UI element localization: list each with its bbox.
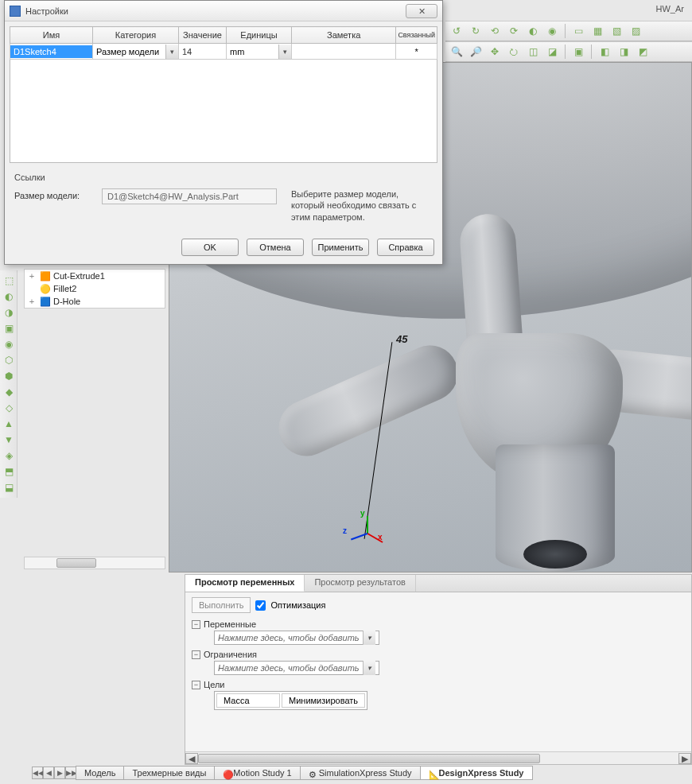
table-empty-area[interactable] [10, 60, 437, 163]
cell-note[interactable] [292, 50, 395, 53]
tool-icon[interactable]: ▭ [570, 23, 586, 39]
cell-units[interactable]: mm [227, 45, 291, 59]
cell-name[interactable]: D1Sketch4 [10, 45, 92, 58]
tree-item[interactable]: + 🟧 Cut-Extrude1 [25, 270, 165, 282]
app-title: HW_Ar [656, 4, 684, 14]
horizontal-scrollbar[interactable]: ◀ ▶ [185, 751, 691, 764]
dialog-titlebar[interactable]: Настройки ✕ [5, 1, 442, 21]
tool-icon[interactable]: ▦ [589, 23, 605, 39]
col-value[interactable]: Значение [179, 27, 227, 44]
cell-linked[interactable]: * [396, 44, 437, 60]
tool-icon[interactable]: ⬓ [2, 480, 16, 495]
collapse-icon[interactable]: − [192, 620, 200, 629]
tool-icon[interactable]: ◑ [2, 305, 16, 320]
tool-icon[interactable]: ↺ [449, 23, 465, 39]
ok-button[interactable]: OK [181, 239, 239, 256]
tool-icon[interactable]: ⟲ [487, 23, 503, 39]
collapse-icon[interactable]: − [192, 650, 200, 659]
col-note[interactable]: Заметка [292, 27, 396, 44]
tab-nav-first[interactable]: ◀◀ [32, 767, 43, 779]
add-constraint-field[interactable]: Нажмите здесь, чтобы добавить [214, 661, 379, 675]
optimize-label: Оптимизация [270, 600, 325, 610]
tab-nav-last[interactable]: ▶▶ [65, 767, 76, 779]
tool-icon[interactable]: ⬢ [2, 369, 16, 383]
tool-icon[interactable]: ◩ [635, 44, 651, 60]
tool-icon[interactable]: ⬚ [2, 274, 16, 288]
view-icon[interactable]: ◪ [544, 44, 560, 60]
run-button[interactable]: Выполнить [192, 597, 251, 613]
collapse-icon[interactable]: − [192, 681, 200, 689]
tool-icon[interactable]: ◨ [616, 44, 632, 60]
display-mode-icon[interactable]: ▣ [570, 44, 586, 60]
sim-icon: ⚙ [309, 770, 317, 778]
tab-3d-views[interactable]: Трехмерные виды [123, 766, 215, 780]
model-size-label: Размер модели: [14, 188, 94, 200]
tab-motion-study[interactable]: 🔴Motion Study 1 [214, 766, 300, 780]
scroll-right-icon[interactable]: ▶ [678, 753, 691, 764]
optimize-checkbox[interactable] [255, 600, 266, 611]
tool-icon[interactable]: ▣ [2, 321, 16, 336]
tree-item[interactable]: + 🟦 D-Hole [25, 295, 165, 308]
add-variable-field[interactable]: Нажмите здесь, чтобы добавить [214, 631, 379, 645]
col-linked[interactable]: Связанный [396, 27, 437, 44]
close-button[interactable]: ✕ [406, 4, 437, 18]
tool-icon[interactable]: ◈ [2, 448, 16, 463]
pan-icon[interactable]: ✥ [487, 44, 503, 60]
scrollbar-thumb[interactable] [198, 754, 540, 763]
goal-type-cell[interactable]: Минимизировать [282, 693, 365, 708]
tool-icon[interactable]: ◐ [2, 289, 16, 304]
tab-nav-prev[interactable]: ◀ [43, 767, 54, 779]
dropdown-icon[interactable] [165, 45, 178, 59]
tool-icon[interactable]: ⬒ [2, 464, 16, 479]
bottom-tab-bar: ◀◀ ◀ ▶ ▶▶ Модель Трехмерные виды 🔴Motion… [32, 765, 692, 781]
tab-model[interactable]: Модель [76, 766, 124, 780]
tool-icon[interactable]: ◐ [525, 23, 541, 39]
dropdown-icon[interactable] [363, 631, 375, 645]
tool-icon[interactable]: ▲ [2, 417, 16, 431]
tool-icon[interactable]: ▧ [608, 23, 624, 39]
tool-icon[interactable]: ◧ [597, 44, 612, 60]
tool-icon[interactable]: ⟳ [506, 23, 522, 39]
feature-tree[interactable]: + 🟧 Cut-Extrude1 🟡 Fillet2 + 🟦 D-Hole [24, 269, 165, 309]
view-icon[interactable]: ◫ [525, 44, 541, 60]
study-panel: Просмотр переменных Просмотр результатов… [185, 574, 692, 765]
expand-icon[interactable]: + [26, 271, 37, 281]
cell-category[interactable]: Размер модели [93, 45, 178, 59]
dropdown-icon[interactable] [278, 45, 291, 59]
expand-icon[interactable]: + [26, 297, 37, 306]
col-name[interactable]: Имя [10, 27, 93, 44]
tab-designxpress[interactable]: 📐DesignXpress Study [420, 766, 533, 780]
tool-icon[interactable]: ▨ [628, 23, 643, 39]
model-size-input[interactable] [102, 188, 277, 204]
rotate-icon[interactable]: ⭮ [506, 44, 522, 60]
goal-name-cell[interactable]: Масса [216, 693, 280, 708]
tab-nav-next[interactable]: ▶ [54, 767, 65, 779]
zoom-fit-icon[interactable]: 🔍 [449, 44, 465, 60]
dimension-label[interactable]: 45 [396, 333, 407, 345]
section-title: Ограничения [204, 650, 257, 659]
tool-icon[interactable]: ↻ [468, 23, 484, 39]
help-button[interactable]: Справка [377, 239, 434, 256]
tool-icon[interactable]: ◉ [2, 337, 16, 351]
tool-icon[interactable]: ◇ [2, 401, 16, 415]
tool-icon[interactable]: ◆ [2, 385, 16, 399]
scrollbar-thumb[interactable] [56, 558, 96, 568]
tab-results-view[interactable]: Просмотр результатов [305, 575, 415, 592]
tab-simulationxpress[interactable]: ⚙SimulationXpress Study [300, 766, 421, 780]
apply-button[interactable]: Применить [312, 239, 369, 256]
zoom-icon[interactable]: 🔎 [468, 44, 484, 60]
col-category[interactable]: Категория [93, 27, 179, 44]
table-row[interactable]: D1Sketch4 Размер модели 14 mm * [10, 44, 437, 60]
tool-icon[interactable]: ▼ [2, 433, 16, 447]
tree-item[interactable]: 🟡 Fillet2 [25, 282, 165, 295]
tool-icon[interactable]: ◉ [544, 23, 560, 39]
col-units[interactable]: Единицы [227, 27, 292, 44]
cancel-button[interactable]: Отмена [247, 239, 304, 256]
tree-scrollbar[interactable] [24, 557, 165, 569]
scroll-left-icon[interactable]: ◀ [185, 753, 198, 764]
tool-icon[interactable]: ⬡ [2, 353, 16, 367]
tab-variables-view[interactable]: Просмотр переменных [185, 575, 305, 592]
table-row[interactable]: Масса Минимизировать [216, 693, 365, 708]
dropdown-icon[interactable] [363, 661, 375, 675]
cell-value[interactable]: 14 [179, 45, 226, 58]
